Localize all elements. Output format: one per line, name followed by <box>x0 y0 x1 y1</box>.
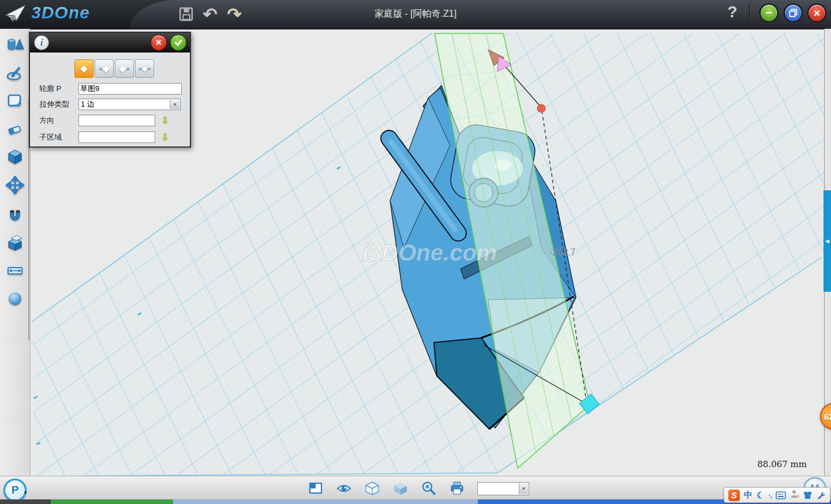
extrude-type-select[interactable]: 1 边 ▾ <box>78 99 181 110</box>
collapse-arrow-icon: ◀ <box>825 238 829 244</box>
taskbar-sliver <box>51 499 173 504</box>
cancel-x-icon: × <box>156 37 162 48</box>
direction-label: 方向 <box>30 115 78 126</box>
cube-icon <box>6 148 24 166</box>
plan-view-label: P <box>12 484 19 497</box>
ime-user-icon[interactable]: 14 <box>790 490 799 501</box>
view-layout-button[interactable] <box>308 480 324 497</box>
chevron-right-icon: » <box>147 66 151 72</box>
info-icon: i <box>34 35 49 50</box>
zoom-button[interactable] <box>421 480 437 497</box>
taskbar-sliver <box>0 499 51 504</box>
dialog-confirm-button[interactable] <box>170 35 186 51</box>
cone-icon <box>16 39 24 49</box>
wireframe-view-button[interactable] <box>364 480 380 497</box>
titlebar-separator <box>749 3 750 25</box>
anchor-point-handle[interactable] <box>537 104 545 112</box>
app-window: -202.7 i3DOne.com 88.067 mm 3DOne ↶ <box>0 0 831 504</box>
profile-input[interactable] <box>78 83 182 95</box>
view-preset-select[interactable]: ▾ <box>477 482 529 495</box>
assembly-box-icon <box>6 233 24 251</box>
dialog-cancel-button[interactable]: × <box>151 35 167 51</box>
move-arrows-icon <box>6 176 24 194</box>
extrude-dimension-label: -202.7 <box>549 247 575 257</box>
zoom-icon <box>423 483 435 494</box>
sphere-icon <box>6 289 24 308</box>
plan-view-caret-icon[interactable]: ▾ <box>24 490 27 495</box>
ime-toolbar: S 中 ☾ ·, 14 <box>724 487 830 503</box>
direction-picker-icon[interactable]: ⇩ <box>161 116 169 126</box>
print-button[interactable] <box>449 480 465 497</box>
measure-tool[interactable] <box>6 261 24 280</box>
restore-icon <box>789 9 798 17</box>
diamond-icon: ◆ <box>119 64 126 73</box>
visibility-button[interactable] <box>336 480 352 497</box>
settings-wrench-icon[interactable] <box>817 491 826 500</box>
maximize-button[interactable] <box>784 3 803 22</box>
printer-icon <box>451 482 463 494</box>
bottom-toolbar: ▾ <box>0 476 831 500</box>
panel-collapse-tab[interactable]: ◀ <box>823 190 831 292</box>
extrude-mode-one-side-button[interactable]: ◆ <box>74 59 93 78</box>
sketch-draw-tool[interactable] <box>6 63 24 82</box>
direction-input[interactable] <box>78 115 155 126</box>
taskbar-sliver <box>173 499 478 504</box>
dropdown-arrow-icon[interactable]: ▾ <box>519 483 528 494</box>
magnet-constraint-tool[interactable] <box>6 205 24 223</box>
material-render-tool[interactable] <box>6 289 24 308</box>
diamond-icon: ◆ <box>80 64 87 73</box>
close-button[interactable]: × <box>807 3 826 22</box>
view-layout-icon <box>310 483 316 488</box>
solid-primitives-tool[interactable] <box>6 35 24 54</box>
extrude-type-label: 拉伸类型 <box>30 99 78 110</box>
window-title: 家庭版 - [阿帕奇.Z1] <box>0 8 831 20</box>
subregion-input[interactable] <box>78 131 155 143</box>
ime-user-badge: 14 <box>795 494 799 498</box>
feature-modeling-tool[interactable] <box>6 148 24 166</box>
subregion-label: 子区域 <box>30 132 78 142</box>
extrude-mode-symmetric-button[interactable]: ◆» <box>115 59 134 78</box>
minimize-button[interactable]: − <box>759 3 778 22</box>
minimize-icon: − <box>766 6 773 20</box>
titlebar: 3DOne ↶ ↷ 家庭版 - [阿帕奇.Z1] ? − × <box>0 0 831 29</box>
extrude-mode-to-face-button[interactable]: «◆» <box>135 59 154 78</box>
subregion-picker-icon[interactable]: ⇩ <box>161 133 169 142</box>
badge-count: 62 <box>824 412 831 422</box>
tool-sidebar <box>0 29 31 476</box>
watermark: i3DOne.com <box>362 240 497 265</box>
moon-mode-icon[interactable]: ☾ <box>757 490 764 501</box>
check-icon <box>174 38 183 47</box>
plan-view-button[interactable]: P <box>3 479 27 502</box>
dialog-header[interactable]: i × <box>30 33 190 52</box>
ruler-icon <box>6 261 24 280</box>
magnet-icon <box>6 205 24 223</box>
profile-label: 轮廓 P <box>30 84 78 94</box>
punctuation-toggle-icon[interactable]: ·, <box>768 491 771 499</box>
extrude-mode-row: ◆ «◆ ◆» «◆» <box>74 59 154 78</box>
skin-shirt-icon[interactable] <box>803 491 813 499</box>
shaded-cube-icon <box>394 483 407 495</box>
dropdown-arrow-icon[interactable]: ▾ <box>170 100 179 109</box>
extrude-type-value: 1 边 <box>81 99 95 110</box>
diamond-icon: ◆ <box>102 64 109 73</box>
move-transform-tool[interactable] <box>6 176 24 194</box>
help-button[interactable]: ? <box>724 3 741 21</box>
soft-keyboard-icon[interactable] <box>776 491 786 499</box>
ime-logo[interactable]: S <box>728 490 740 501</box>
extrude-mode-two-side-button[interactable]: «◆ <box>95 59 114 78</box>
extrude-dialog: i × ◆ «◆ ◆» «◆» 轮廓 P 拉伸类型 1 边 ▾ 方向 ⇩ <box>29 32 191 148</box>
diamond-icon: ◆ <box>142 65 147 72</box>
ime-language-toggle[interactable]: 中 <box>744 490 753 501</box>
chevron-right-icon: » <box>126 66 130 72</box>
shaded-view-button[interactable] <box>392 480 409 497</box>
status-dimension: 88.067 mm <box>757 459 807 469</box>
close-icon: × <box>814 7 820 20</box>
assembly-tool[interactable] <box>6 233 24 251</box>
eraser-tool[interactable] <box>6 120 24 138</box>
wireframe-cube-icon <box>366 482 379 495</box>
sketch-plane-tool[interactable] <box>6 91 24 110</box>
